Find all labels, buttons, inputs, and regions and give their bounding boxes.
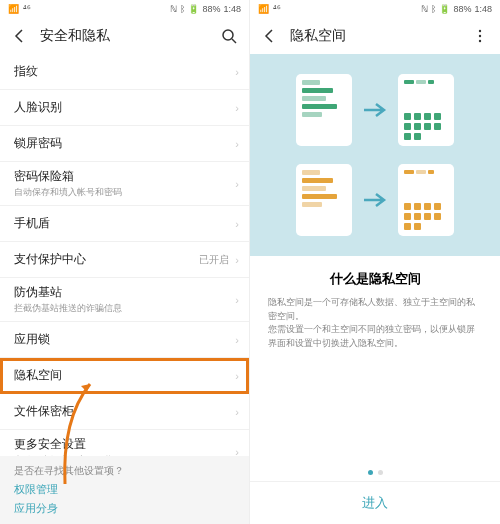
link-app-twin[interactable]: 应用分身 [14, 501, 235, 516]
row-label: 支付保护中心 [14, 251, 86, 268]
row-label: 文件保密柜 [14, 403, 74, 420]
row-label: 手机盾 [14, 215, 50, 232]
settings-row-4[interactable]: 手机盾› [0, 206, 249, 242]
clock-label: 1:48 [223, 4, 241, 14]
chevron-right-icon: › [235, 446, 239, 457]
enter-button[interactable]: 进入 [250, 481, 500, 524]
row-label: 锁屏密码 [14, 135, 62, 152]
row-label: 隐私空间 [14, 367, 62, 384]
signal-icon: 📶 [8, 4, 19, 14]
svg-point-0 [223, 30, 233, 40]
chevron-right-icon: › [235, 178, 239, 190]
clock-label: 1:48 [474, 4, 492, 14]
pager-dot [378, 470, 383, 475]
row-label: 应用锁 [14, 331, 50, 348]
title-bar: 安全和隐私 [0, 18, 249, 54]
intro-p1: 隐私空间是一个可存储私人数据、独立于主空间的私密空间。 [268, 296, 482, 323]
settings-row-8[interactable]: 隐私空间› [0, 358, 249, 394]
settings-row-0[interactable]: 指纹› [0, 54, 249, 90]
svg-point-2 [479, 35, 481, 37]
row-label: 指纹 [14, 63, 38, 80]
intro-content: 什么是隐私空间 隐私空间是一个可存储私人数据、独立于主空间的私密空间。 您需设置… [250, 256, 500, 364]
bt-icon: ᛒ [180, 4, 185, 14]
battery-label: 88% [202, 4, 220, 14]
privatespace-screen: 📶⁴⁶ ℕᛒ🔋88%1:48 隐私空间 [250, 0, 500, 524]
intro-heading: 什么是隐私空间 [268, 270, 482, 288]
settings-list: 指纹›人脸识别›锁屏密码›密码保险箱自动保存和填入帐号和密码›手机盾›支付保护中… [0, 54, 249, 456]
page-indicator [250, 464, 500, 481]
more-icon[interactable] [470, 26, 490, 46]
row-label: 密码保险箱 [14, 168, 74, 185]
arrow-icon [362, 101, 388, 119]
page-title: 安全和隐私 [40, 27, 110, 45]
arrow-icon [362, 191, 388, 209]
chevron-right-icon: › [235, 66, 239, 78]
chevron-right-icon: › [235, 218, 239, 230]
phone-main-orange [296, 164, 352, 236]
settings-row-6[interactable]: 防伪基站拦截伪基站推送的诈骗信息› [0, 278, 249, 322]
chevron-right-icon: › [235, 370, 239, 382]
row-sublabel: 卡锁、未知来源应用下载 [14, 454, 113, 456]
intro-p2: 您需设置一个和主空间不同的独立密码，以便从锁屏界面和设置中切换进入隐私空间。 [268, 323, 482, 350]
title-bar: 隐私空间 [250, 18, 500, 54]
row-sublabel: 自动保存和填入帐号和密码 [14, 186, 122, 199]
phone-lock-green [398, 74, 454, 146]
signal-icon: 📶 [258, 4, 269, 14]
phone-main-green [296, 74, 352, 146]
chevron-right-icon: › [235, 294, 239, 306]
settings-row-5[interactable]: 支付保护中心已开启› [0, 242, 249, 278]
network-label: ⁴⁶ [273, 4, 281, 14]
page-title: 隐私空间 [290, 27, 346, 45]
battery-icon: 🔋 [439, 4, 450, 14]
battery-label: 88% [453, 4, 471, 14]
bt-icon: ᛒ [431, 4, 436, 14]
chevron-right-icon: › [235, 138, 239, 150]
settings-row-7[interactable]: 应用锁› [0, 322, 249, 358]
chevron-right-icon: › [235, 102, 239, 114]
row-label: 更多安全设置 [14, 436, 86, 453]
chevron-right-icon: › [235, 334, 239, 346]
row-sublabel: 拦截伪基站推送的诈骗信息 [14, 302, 122, 315]
phone-lock-orange [398, 164, 454, 236]
row-label: 防伪基站 [14, 284, 62, 301]
settings-screen: 📶⁴⁶ ℕᛒ🔋88%1:48 安全和隐私 指纹›人脸识别›锁屏密码›密码保险箱自… [0, 0, 250, 524]
row-status: 已开启 [199, 253, 229, 267]
network-label: ⁴⁶ [23, 4, 31, 14]
chevron-right-icon: › [235, 254, 239, 266]
settings-row-3[interactable]: 密码保险箱自动保存和填入帐号和密码› [0, 162, 249, 206]
link-permissions[interactable]: 权限管理 [14, 482, 235, 497]
hint-question: 是否在寻找其他设置项？ [14, 464, 235, 478]
search-icon[interactable] [219, 26, 239, 46]
status-bar: 📶⁴⁶ ℕᛒ🔋88%1:48 [250, 0, 500, 18]
status-bar: 📶⁴⁶ ℕᛒ🔋88%1:48 [0, 0, 249, 18]
row-label: 人脸识别 [14, 99, 62, 116]
settings-row-10[interactable]: 更多安全设置卡锁、未知来源应用下载› [0, 430, 249, 456]
settings-row-2[interactable]: 锁屏密码› [0, 126, 249, 162]
hero-illustration [250, 54, 500, 256]
nfc-icon: ℕ [421, 4, 428, 14]
footer-hint: 是否在寻找其他设置项？ 权限管理 应用分身 [0, 456, 249, 524]
svg-point-3 [479, 40, 481, 42]
pager-dot [368, 470, 373, 475]
back-icon[interactable] [10, 26, 30, 46]
nfc-icon: ℕ [170, 4, 177, 14]
back-icon[interactable] [260, 26, 280, 46]
settings-row-9[interactable]: 文件保密柜› [0, 394, 249, 430]
chevron-right-icon: › [235, 406, 239, 418]
svg-point-1 [479, 30, 481, 32]
settings-row-1[interactable]: 人脸识别› [0, 90, 249, 126]
battery-icon: 🔋 [188, 4, 199, 14]
